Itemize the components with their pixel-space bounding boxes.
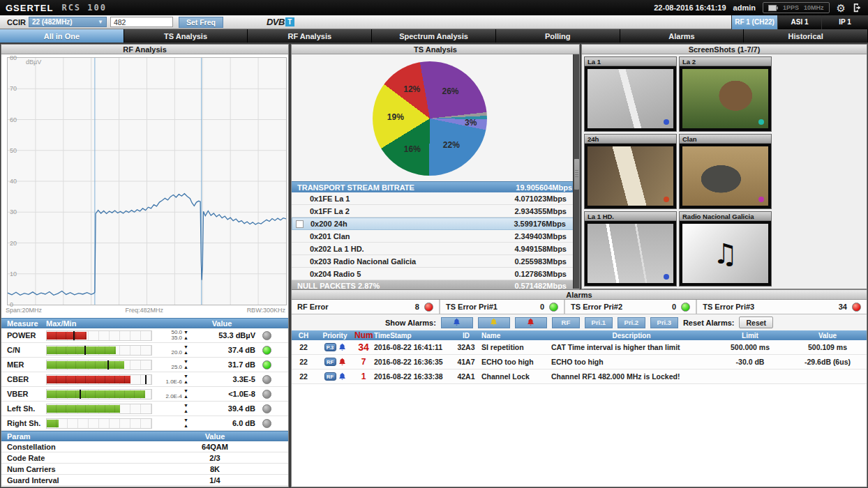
status-led: [262, 346, 271, 355]
filter-button-pri-3[interactable]: Pri.3: [650, 317, 678, 328]
alarm-limit: 500.000 ms: [712, 343, 788, 351]
bitrate-row-0x1fe-la-1[interactable]: 0x1FE La 14.071023Mbps: [292, 192, 579, 205]
y-axis-tick: 20: [10, 239, 17, 246]
alarm-description: Channel RF1 482.000 MHz is Locked!: [548, 372, 712, 381]
screenshot-title: 24h: [585, 135, 676, 144]
bitrate-row-0x201-clan[interactable]: 0x201 Clan2.349403Mbps: [292, 230, 579, 243]
screenshot-title: La 1: [585, 57, 676, 66]
alarm-name: SI repetition: [481, 343, 548, 351]
alarm-counter-ts-error-pri-2: TS Error Pri#20: [565, 300, 696, 314]
measure-limits: ▼2.0E-4▲: [152, 388, 188, 399]
screenshot-thumb-clan[interactable]: Clan: [679, 134, 772, 209]
measure-bar-tick: [73, 331, 75, 340]
screenshot-thumb-la-1[interactable]: La 1: [584, 56, 677, 132]
set-freq-button[interactable]: Set Freq: [179, 17, 223, 28]
alarm-row[interactable]: 22RF72016-08-22 16:36:3541A7ECHO too hig…: [292, 355, 867, 369]
bitrate-list: 0x1FE La 14.071023Mbps0x1FF La 22.934355…: [292, 192, 579, 280]
tab-historical[interactable]: Historical: [744, 29, 868, 43]
service-name: 0x1FE La 1: [310, 195, 350, 203]
io-tab-rf-1-ch22[interactable]: RF 1 (CH22): [731, 15, 777, 29]
screenshot-thumb-radio-nacional-galicia[interactable]: Radio Nacional Galicia♫: [679, 211, 772, 287]
io-tab-asi-1[interactable]: ASI 1: [777, 15, 821, 29]
limit-min: 2.0E-4▲: [152, 394, 188, 399]
filter-button-rf[interactable]: RF: [552, 317, 580, 328]
triangle-up-icon: ▲: [184, 394, 188, 399]
alarm-counter-rf-error: RF Error8: [292, 300, 439, 314]
tab-all-in-one[interactable]: All in One: [0, 29, 124, 43]
counter-label: TS Error Pri#2: [571, 303, 622, 311]
datetime-label: 22-08-2016 16:41:19: [654, 3, 726, 12]
alarm-id: 32A3: [451, 343, 481, 351]
filter-button-pri-1[interactable]: Pri.1: [585, 317, 613, 328]
status-led: [262, 390, 271, 399]
alarm-ch: 22: [292, 358, 315, 366]
limit-min: ▲: [152, 409, 188, 414]
bitrate-row-0x203-radio-nacional-galicia[interactable]: 0x203 Radio Nacional Galicia0.255983Mbps: [292, 255, 579, 268]
measure-value: 39.4 dB: [188, 404, 255, 413]
row-checkbox[interactable]: [296, 220, 304, 228]
screenshot-image: [585, 221, 676, 286]
bell-filter-button-0[interactable]: [441, 317, 473, 328]
alarm-row[interactable]: 22RF12016-08-22 16:33:3842A1Channel Lock…: [292, 369, 867, 384]
screenshots-title: ScreenShots (1-7/7): [582, 45, 867, 54]
frequency-input[interactable]: [110, 17, 173, 27]
param-row-num-carriers: Num Carriers8K: [1, 464, 288, 475]
limit-min: ▲: [152, 423, 188, 429]
tab-rf-analysis[interactable]: RF Analysis: [248, 29, 372, 43]
triangle-down-icon: ▼: [184, 418, 188, 423]
triangle-down-icon: ▼: [184, 344, 188, 350]
measure-value: 53.3 dBµV: [188, 331, 255, 340]
top-bar: GSERTEL RCS 100 22-08-2016 16:41:19 admi…: [0, 0, 868, 15]
bitrate-row-0x200-24h[interactable]: 0x200 24h3.599176Mbps: [292, 218, 579, 230]
alarm-row[interactable]: 22P.3342016-08-22 16:41:1132A3SI repetit…: [292, 340, 867, 355]
screenshot-thumb-24h[interactable]: 24h: [584, 134, 677, 209]
settings-gear-icon[interactable]: ⚙: [837, 3, 846, 13]
alarm-col-header-description: Description: [548, 332, 712, 340]
status-led: [262, 375, 271, 384]
alarm-col-header-limit: Limit: [712, 332, 788, 340]
measure-name: POWER: [7, 331, 46, 340]
triangle-up-icon: ▲: [184, 350, 188, 356]
screenshot-thumb-la-2[interactable]: La 2: [679, 56, 772, 132]
channel-select[interactable]: 22 (482MHz) ▼: [29, 17, 107, 27]
logout-icon[interactable]: [853, 3, 862, 13]
y-axis-tick: 70: [10, 85, 17, 92]
param-table: Constellation64QAMCode Rate2/3Num Carrie…: [1, 441, 288, 486]
bitrate-row-0x204-radio-5[interactable]: 0x204 Radio 50.127863Mbps: [292, 268, 579, 280]
reset-button[interactable]: Reset: [739, 317, 773, 328]
alarm-value: 500.109 ms: [788, 343, 867, 351]
service-bitrate: 4.949158Mbps: [514, 245, 567, 253]
measure-row-power: POWER50.0▼35.0▲53.3 dBµV: [1, 328, 288, 343]
triangle-down-icon: ▼: [184, 374, 188, 379]
service-name: 0x200 24h: [310, 220, 347, 228]
tab-spectrum-analysis[interactable]: Spectrum Analysis: [372, 29, 496, 43]
ts-scrollbar-thumb[interactable]: [574, 159, 579, 190]
bell-filter-button-1[interactable]: [478, 317, 510, 328]
bitrate-header: TRANSPORT STREAM BITRATE 19.905604Mbps: [292, 181, 579, 192]
io-tab-ip-1[interactable]: IP 1: [821, 15, 868, 29]
param-value: 2/3: [142, 454, 288, 462]
channel-logo-dot: [664, 119, 669, 125]
measure-value: 31.7 dB: [188, 360, 255, 369]
control-bar: CCIR 22 (482MHz) ▼ Set Freq DVB T RF 1 (…: [0, 15, 868, 29]
bitrate-row-0x202-la-1-hd[interactable]: 0x202 La 1 HD.4.949158Mbps: [292, 243, 579, 255]
filter-button-pri-2[interactable]: Pri.2: [618, 317, 645, 328]
tab-ts-analysis[interactable]: TS Analysis: [124, 29, 248, 43]
ts-scrollbar[interactable]: [573, 54, 579, 289]
service-bitrate: 4.071023Mbps: [514, 195, 567, 203]
counter-led: [852, 303, 861, 312]
triangle-down-icon: ▼: [184, 388, 188, 394]
bell-icon: [490, 318, 497, 327]
measure-value: 3.3E-5: [188, 375, 255, 383]
alarm-ch: 22: [292, 372, 315, 381]
alarm-col-header-name: Name: [481, 332, 548, 340]
screenshot-thumb-la-1-hd[interactable]: La 1 HD.: [584, 211, 677, 287]
tab-alarms[interactable]: Alarms: [620, 29, 744, 43]
bell-filter-button-2[interactable]: [515, 317, 547, 328]
channel-logo-dot: [758, 197, 764, 202]
tab-polling[interactable]: Polling: [496, 29, 620, 43]
alarm-bell-icon: [338, 358, 346, 367]
bitrate-row-0x1ff-la-2[interactable]: 0x1FF La 22.934355Mbps: [292, 205, 579, 218]
measure-name: Right Sh.: [7, 419, 46, 427]
triangle-up-icon: ▲: [184, 409, 188, 414]
